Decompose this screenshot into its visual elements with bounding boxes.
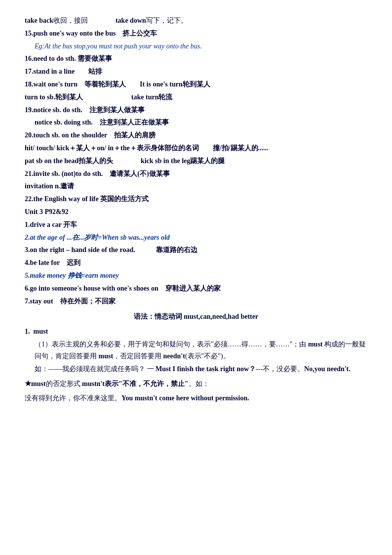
- line-unit3: Unit 3 P92&92: [25, 206, 367, 218]
- line-19: 19.notice sb. do sth. 注意到某人做某事: [25, 104, 367, 116]
- line-pat: pat sb on the head拍某人的头 kick sb in the l…: [25, 155, 367, 167]
- text-must-word2: must: [99, 352, 114, 360]
- text-19b-en: notice sb. doing sth.: [35, 119, 93, 126]
- text-must-word3: must: [31, 380, 46, 387]
- text-must-eg-cn2: ---不，没必要。: [256, 365, 304, 373]
- line-must-num: 1. must: [25, 326, 367, 338]
- text-18-en2: It is one's turn: [140, 81, 183, 88]
- line-18: 18.wait one's turn 等着轮到某人 It is one's tu…: [25, 79, 367, 90]
- text-16-en: 16.need to do sth.: [25, 55, 76, 62]
- line-1: 1.drive a car 开车: [25, 219, 367, 231]
- text-17-en: 17.stand in a line: [25, 68, 75, 75]
- text-4-en: 4.be late for: [25, 259, 60, 266]
- line-turn: turn to sb.轮到某人 take turn轮流: [25, 91, 367, 103]
- text-22-en: 22.the English way of life: [25, 195, 99, 203]
- page-content: take back收回，接回 take down写下，记下。 15.push o…: [25, 15, 367, 404]
- text-18-en: 18.wait one's turn: [25, 81, 78, 88]
- line-16: 16.need to do sth. 需要做某事: [25, 53, 367, 65]
- grammar-title: 语法：情态动词 must,can,need,had better: [25, 311, 367, 323]
- line-4: 4.be late for 迟到: [25, 257, 367, 269]
- text-mustnt-meaning: 表示"不准，不允许，禁止": [105, 380, 189, 387]
- text-5: 5.make money 挣钱=earn money: [25, 272, 119, 279]
- line-hit: hit/ touch/ kick＋某人＋on/ in＋the＋表示身体部位的名词…: [25, 142, 367, 154]
- line-17: 17.stand in a line 站排: [25, 66, 367, 78]
- text-takedown-cn: 写下，记下。: [146, 17, 188, 24]
- text-4-cn: 迟到: [60, 259, 80, 266]
- text-mustnt-eg-en: You mustn't come here without permission…: [121, 394, 249, 402]
- line-7: 7.stay out 待在外面；不回家: [25, 296, 367, 307]
- text-must-eg-en2: No,you needn't.: [304, 365, 351, 373]
- line-invitation: invitation n.邀请: [25, 180, 367, 192]
- text-hit-cn2: ＋: [114, 144, 120, 152]
- text-mustnt-2: 。如：: [189, 380, 209, 387]
- line-6: 6.go into someone's house with one's sho…: [25, 283, 367, 295]
- text-kick-en: kick sb in the leg: [141, 157, 190, 165]
- text-pat-cn: 拍某人的头: [78, 157, 141, 165]
- text-20-cn: 拍某人的肩膀: [107, 131, 156, 139]
- text-unit3: Unit 3 P92&92: [25, 208, 69, 215]
- text-must-1d: (表示"不必")。: [185, 352, 230, 360]
- line-21: 21.invite sb. (not)to do sth. 邀请某人(不)做某事: [25, 168, 367, 180]
- text-mustnt-1: 的否定形式: [46, 380, 82, 387]
- line-takeback: take back收回，接回 take down写下，记下。: [25, 15, 367, 27]
- text-6-en: 6.go into someone's house with one's sho…: [25, 285, 158, 292]
- text-mustnt-eg-cn: 没有得到允许，你不准来这里。: [25, 394, 121, 402]
- text-neednt: needn't: [163, 352, 185, 360]
- text-takeback: take back: [25, 17, 53, 24]
- text-must-eg-cn: 如：——我必须现在就完成任务吗？ 一: [35, 365, 156, 373]
- text-hit-the: the: [120, 144, 130, 152]
- text-18-cn2: 轮到某人: [183, 81, 210, 88]
- text-19-en: 19.notice sb. do sth.: [25, 106, 82, 114]
- text-hit-cn3: ＋表示身体部位的名词 撞/拍/踢某人的......: [130, 144, 269, 152]
- text-takeback-cn: 收回，接回: [53, 17, 116, 24]
- grammar-words: must,can,need,had better: [184, 313, 258, 320]
- line-5: 5.make money 挣钱=earn money: [25, 270, 367, 282]
- text-taketurn-cn: 轮流: [158, 93, 172, 101]
- text-must-num: 1. must: [25, 328, 48, 335]
- text-2: 2.at the age of ...在...岁时=When sb was...…: [25, 234, 170, 241]
- text-takedown: take down: [116, 17, 146, 24]
- text-7-cn: 待在外面；不回家: [53, 298, 116, 305]
- text-15-eg: Eg:At the bus stop,you must not push you…: [35, 43, 202, 50]
- text-turn-en: turn to sb.: [25, 93, 55, 101]
- text-15-cn: 挤上公交车: [116, 30, 157, 37]
- text-taketurn-en: take turn: [131, 93, 159, 101]
- line-2: 2.at the age of ...在...岁时=When sb was...…: [25, 232, 367, 244]
- text-20-en: 20.touch sb. on the shoulder: [25, 131, 107, 139]
- text-21-en: 21.invite sb. (not)to do sth.: [25, 170, 103, 177]
- text-17-cn: 站排: [75, 68, 102, 75]
- text-must-1: （1）表示主观的义务和必要，用于肯定句和疑问句，表示"必须……得……，要……"；…: [35, 341, 308, 348]
- text-turn-cn: 轮到某人: [55, 93, 131, 101]
- text-must-1c: ，否定回答要用: [113, 352, 163, 360]
- text-21-cn: 邀请某人(不)做某事: [103, 170, 169, 177]
- text-invitation-cn: 邀请: [60, 182, 74, 190]
- text-16-cn: 需要做某事: [76, 55, 113, 62]
- line-mustnt-eg: 没有得到允许，你不准来这里。You mustn't come here with…: [25, 392, 367, 404]
- line-15: 15.push one's way onto the bus 挤上公交车: [25, 28, 367, 40]
- text-hit-on: on/ in: [97, 144, 114, 152]
- text-15-en: 15.push one's way onto the bus: [25, 30, 116, 37]
- text-1-en: 1.drive a car: [25, 221, 62, 228]
- text-22-cn: 英国的生活方式: [99, 195, 149, 203]
- text-mustnt-word: mustn't: [82, 380, 105, 387]
- text-19-cn: 注意到某人做某事: [82, 106, 145, 114]
- text-18-cn: 等着轮到某人: [78, 81, 140, 88]
- text-hit-en: hit/ touch/ kick: [25, 144, 69, 152]
- text-invitation-en: invitation n.: [25, 182, 60, 190]
- line-3: 3.on the right – hand side of the road. …: [25, 244, 367, 256]
- grammar-title-text: 语法：情态动词: [134, 313, 184, 320]
- line-20: 20.touch sb. on the shoulder 拍某人的肩膀: [25, 129, 367, 141]
- text-pat-en: pat sb on the head: [25, 157, 78, 165]
- text-kick-cn: 踢某人的腿: [190, 157, 225, 165]
- text-6-cn: 穿鞋进入某人的家: [158, 285, 221, 292]
- line-19b: notice sb. doing sth. 注意到某人正在做某事: [25, 117, 367, 128]
- line-must-1: （1）表示主观的义务和必要，用于肯定句和疑问句，表示"必须……得……，要……"；…: [25, 339, 367, 362]
- text-must-word: must: [308, 341, 323, 348]
- line-22: 22.the English way of life 英国的生活方式: [25, 193, 367, 205]
- text-3-en: 3.on the right – hand side of the road.: [25, 246, 135, 254]
- line-mustnt: ★must的否定形式 mustn't表示"不准，不允许，禁止"。如：: [25, 378, 367, 390]
- text-1-cn: 开车: [62, 221, 78, 228]
- text-3-cn: 靠道路的右边: [135, 246, 197, 254]
- text-must-eg-en: Must I finish the task right now？: [156, 365, 256, 373]
- line-must-eg: 如：——我必须现在就完成任务吗？ 一 Must I finish the tas…: [25, 363, 367, 375]
